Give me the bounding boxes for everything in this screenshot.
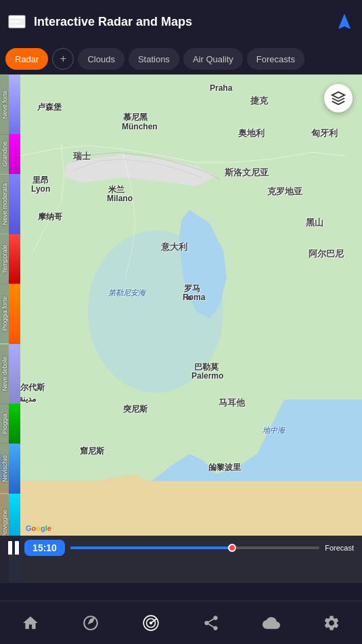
navigation-icon[interactable] bbox=[335, 12, 354, 31]
legend-neve-debole-bar bbox=[9, 344, 20, 404]
map-container[interactable]: Neve forte Grandine Neve moderata Tempor… bbox=[0, 74, 362, 583]
nav-compass[interactable] bbox=[60, 601, 120, 644]
tab-airquality[interactable]: Air Quality bbox=[183, 48, 243, 70]
radar-icon bbox=[142, 614, 160, 632]
tab-stations[interactable]: Stations bbox=[129, 48, 179, 70]
legend-temporale-bar bbox=[9, 234, 20, 284]
legend-pioggia-forte-label: Pioggia forte bbox=[0, 284, 9, 343]
legend-grandine-label: Grandine bbox=[0, 134, 9, 174]
app-header: Interactive Radar and Maps bbox=[0, 0, 362, 43]
nav-weather[interactable] bbox=[242, 601, 302, 644]
slider-fill bbox=[70, 546, 232, 549]
cloud-icon bbox=[263, 614, 280, 632]
nav-home[interactable] bbox=[0, 601, 60, 644]
legend-neve-moderata-bar bbox=[9, 174, 20, 234]
layers-button[interactable] bbox=[324, 84, 353, 112]
legend-pioggia-forte-bar bbox=[9, 284, 20, 343]
legend-neve-forte-bar bbox=[9, 74, 20, 134]
nav-share[interactable] bbox=[181, 601, 242, 644]
home-icon bbox=[22, 614, 39, 632]
time-display: 15:10 bbox=[24, 540, 65, 556]
timeline-area: 15:10 Forecast bbox=[0, 536, 362, 583]
forecast-label: Forecast bbox=[325, 544, 354, 552]
timeline-slider[interactable] bbox=[70, 546, 319, 549]
legend-pioggia-label: Pioggia bbox=[0, 404, 9, 444]
compass-icon bbox=[82, 614, 99, 632]
timeline-slider-row: 15:10 Forecast bbox=[8, 540, 354, 556]
menu-button[interactable] bbox=[8, 15, 26, 28]
legend-nevischio-bar bbox=[9, 444, 20, 494]
slider-thumb bbox=[228, 544, 236, 552]
map-background bbox=[0, 74, 362, 583]
page-title: Interactive Radar and Maps bbox=[34, 15, 327, 29]
tab-clouds[interactable]: Clouds bbox=[78, 48, 124, 70]
legend-grandine-bar bbox=[9, 134, 20, 174]
bottom-navigation bbox=[0, 601, 362, 644]
tab-forecasts[interactable]: Forecasts bbox=[247, 48, 304, 70]
google-watermark: Google bbox=[26, 524, 51, 532]
tab-plus[interactable]: + bbox=[52, 48, 74, 70]
legend-neve-debole-label: Neve debole bbox=[0, 344, 9, 404]
radar-legend: Neve forte Grandine Neve moderata Tempor… bbox=[0, 74, 20, 583]
settings-icon bbox=[323, 614, 340, 632]
roma-dot bbox=[187, 296, 191, 300]
legend-temporale-label: Temporale bbox=[0, 234, 9, 284]
tab-radar[interactable]: Radar bbox=[5, 48, 48, 70]
tripoli-dot bbox=[212, 467, 216, 471]
nav-settings[interactable] bbox=[302, 601, 362, 644]
play-pause-button[interactable] bbox=[8, 541, 19, 555]
pause-icon bbox=[8, 541, 19, 555]
share-icon bbox=[202, 614, 220, 632]
legend-neve-moderata-label: Neve moderata bbox=[0, 174, 9, 234]
tab-bar: Radar + Clouds Stations Air Quality Fore… bbox=[0, 43, 362, 74]
legend-pioggia-bar bbox=[9, 404, 20, 444]
nav-radar[interactable] bbox=[120, 601, 181, 644]
legend-neve-forte-label: Neve forte bbox=[0, 74, 9, 134]
legend-nevischio-label: Nevischio bbox=[0, 444, 9, 494]
